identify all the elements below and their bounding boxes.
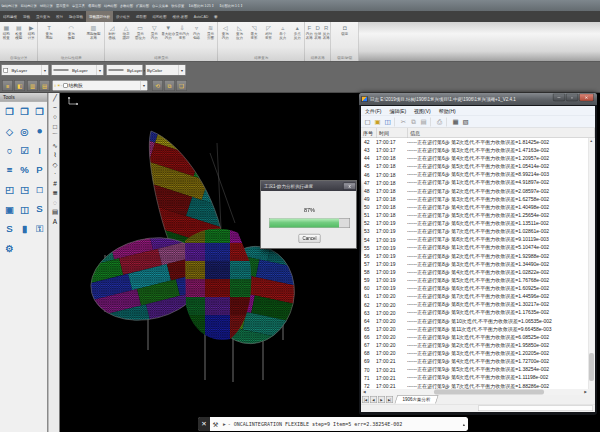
plotstyle-combo[interactable]: ByColor▼ — [145, 65, 186, 76]
palette-tool-2[interactable]: ❒ — [33, 105, 46, 118]
vstrip-tool-2[interactable]: ○ — [49, 112, 60, 122]
ribbon-button-2-1[interactable]: △动态 跟踪 — [119, 23, 133, 40]
layer-states-button[interactable]: ◧ — [14, 80, 25, 91]
vstrip-tool-8[interactable]: · — [49, 169, 60, 179]
ribbon-button-4-1[interactable]: D位移 表格 — [314, 23, 323, 40]
log-option2-icon[interactable]: ▧ — [461, 117, 470, 126]
menu-item-5[interactable]: 通用绘图 — [87, 3, 103, 8]
palette-tool-21[interactable]: ⚙ — [3, 242, 16, 255]
command-text[interactable]: - ONCALINTEGRATION_FLEXIBLE step=9 Item=… — [228, 421, 463, 427]
menu-item-0[interactable]: 钢结构计算 — [0, 3, 19, 8]
palette-tool-17[interactable]: S — [33, 203, 46, 216]
vstrip-tool-13[interactable]: A — [49, 217, 60, 227]
ribbon-tab-1[interactable]: 荷载 — [20, 11, 33, 22]
ribbon-button-2-0[interactable]: ◿时程 曲线 — [105, 23, 119, 40]
ribbon-button-0-2[interactable]: ▶结构 计算 — [25, 23, 38, 40]
palette-tool-8[interactable]: I — [33, 144, 46, 157]
ribbon-tab-0[interactable]: 结构建模 — [0, 11, 20, 22]
layer-isolate-button[interactable]: ▥ — [27, 80, 38, 91]
ribbon-button-3-4[interactable]: ▵单个 反力 — [276, 23, 290, 40]
menu-item-10[interactable]: 软件设置 — [170, 3, 186, 8]
ribbon-button-2-2[interactable]: ▭显示 面应力 — [133, 23, 147, 40]
log-menu-1[interactable]: 编辑(E) — [385, 107, 410, 114]
tab-next-button[interactable]: ▶ — [378, 396, 385, 403]
tab-first-button[interactable]: |◀ — [362, 396, 369, 403]
palette-tool-7[interactable]: ☑ — [18, 144, 31, 157]
vstrip-tool-0[interactable]: ╱ — [49, 93, 60, 103]
cut-icon[interactable]: ✂ — [399, 117, 408, 126]
tab-last-button[interactable]: ▶| — [386, 396, 393, 403]
ribbon-button-2-7[interactable]: ≋显示 云图 — [203, 23, 217, 40]
ribbon-button-1-0[interactable]: T查询 周期 — [38, 23, 60, 40]
menu-item-7[interactable]: 参数绘图 — [119, 3, 135, 8]
vstrip-tool-4[interactable]: ⌒ — [49, 131, 60, 141]
copy-icon[interactable]: ⧉ — [409, 117, 418, 126]
ribbon-button-1-1[interactable]: ◠查询 振型 — [60, 23, 82, 40]
lineweight-combo[interactable]: ByLayer▼ — [106, 65, 143, 76]
ribbon-button-4-2[interactable]: R反力 表格 — [322, 23, 331, 40]
vstrip-tool-5[interactable]: ∿ — [49, 141, 60, 151]
ribbon-button-5-0[interactable]: ◘锁定 — [331, 23, 359, 36]
tab-prev-button[interactable]: ◀ — [370, 396, 377, 403]
ribbon-button-3-1[interactable]: ◺查询 应力 — [232, 23, 246, 40]
palette-tool-10[interactable]: % — [18, 164, 31, 177]
command-close-button[interactable]: ✕ — [198, 417, 210, 431]
ribbon-button-4-0[interactable]: F内力 表格 — [305, 23, 314, 40]
menu-item-3[interactable]: 层与显示 — [55, 3, 71, 8]
vstrip-tool-7[interactable]: ◇ — [49, 160, 60, 170]
palette-tool-5[interactable]: ● — [33, 125, 46, 138]
ribbon-button-3-2[interactable]: ◹最大 变形 — [247, 23, 261, 40]
palette-tool-19[interactable]: ▮ — [18, 222, 31, 235]
dropdown-arrow-icon[interactable]: ▼ — [178, 65, 186, 75]
log-sheet-tab[interactable]: 1906方案分析 — [395, 396, 439, 404]
vstrip-tool-11[interactable]: ◌ — [49, 198, 60, 208]
log-menu-2[interactable]: 视图(V) — [410, 107, 435, 114]
wrench-icon[interactable]: ⚒ — [210, 420, 221, 428]
open-file-icon[interactable]: ▣ — [373, 117, 382, 126]
ribbon-button-3-5[interactable]: ▴多点 反力 — [290, 23, 304, 40]
ribbon-tab-10[interactable]: AutoCAD — [191, 11, 212, 22]
ribbon-tab-6[interactable]: 设计验算 — [113, 11, 133, 22]
minimize-button[interactable]: ─ — [553, 94, 565, 102]
ribbon-tab-5[interactable]: 荷载跟踪分析 — [86, 11, 113, 22]
vstrip-tool-9[interactable]: # — [49, 179, 60, 189]
log-column-2[interactable]: 信息 — [408, 128, 595, 138]
ribbon-button-0-0[interactable]: ▦结构 校查 — [0, 23, 13, 40]
ribbon-tab-3[interactable]: 校对 — [53, 11, 66, 22]
palette-tool-14[interactable]: □ — [33, 183, 46, 196]
log-vertical-scrollbar[interactable]: ▲ — [588, 138, 594, 389]
palette-tool-11[interactable]: P — [33, 164, 46, 177]
progress-dialog-titlebar[interactable]: 工况1-静力分析执行进度 x — [261, 181, 357, 191]
palette-tool-15[interactable]: ▣ — [3, 203, 16, 216]
palette-tool-0[interactable]: ❒ — [3, 105, 16, 118]
palette-tool-20[interactable]: ⚿ — [33, 222, 46, 235]
menu-item-12[interactable]: 【绘图比例 1:1 】 — [216, 3, 245, 8]
ribbon-tab-2[interactable]: 显示查询 — [33, 11, 53, 22]
layer-previous-button[interactable]: ⟲ — [152, 80, 163, 91]
maximize-button[interactable]: ▫ — [566, 94, 578, 102]
layer-walk-button[interactable]: ❏ — [176, 80, 187, 91]
ribbon-tab-8[interactable]: 结构绘图 — [150, 11, 170, 22]
menu-item-6[interactable]: 结构绘图 — [103, 3, 119, 8]
ribbon-tab-9[interactable]: 模块-发图 — [170, 11, 191, 22]
menu-item-4[interactable]: 审查工具 — [71, 3, 87, 8]
palette-tool-6[interactable]: ○ — [3, 144, 16, 157]
menu-item-11[interactable]: 【出图比例 1:25 】 — [186, 3, 217, 8]
ribbon-button-0-1[interactable]: ▤检查 模型 — [13, 23, 26, 40]
layer-match-button[interactable]: ⧉ — [164, 80, 175, 91]
ribbon-button-2-6[interactable]: ▿内力 包络 — [189, 23, 203, 40]
dropdown-arrow-icon[interactable]: ▼ — [140, 81, 148, 91]
palette-tool-12[interactable]: ◰ — [3, 183, 16, 196]
color-combo[interactable]: ByLayer▼ — [1, 65, 49, 76]
dropdown-arrow-icon[interactable]: ▼ — [96, 65, 104, 75]
cancel-button[interactable]: Cancel — [299, 234, 321, 243]
save-file-icon[interactable]: ◫ — [383, 117, 392, 126]
print-icon[interactable]: ⎙ — [435, 117, 444, 126]
paste-icon[interactable]: ▤ — [419, 117, 428, 126]
menu-item-9[interactable]: 自定义菜单 — [151, 3, 170, 8]
vstrip-tool-12[interactable]: ▤ — [49, 207, 60, 217]
menu-item-8[interactable]: 扩展绘图 — [135, 3, 151, 8]
log-menu-3[interactable]: 帮助(H) — [435, 107, 460, 114]
log-column-0[interactable]: 序号 — [361, 128, 377, 138]
ribbon-button-2-3[interactable]: ▽显示 内力 — [147, 23, 161, 40]
